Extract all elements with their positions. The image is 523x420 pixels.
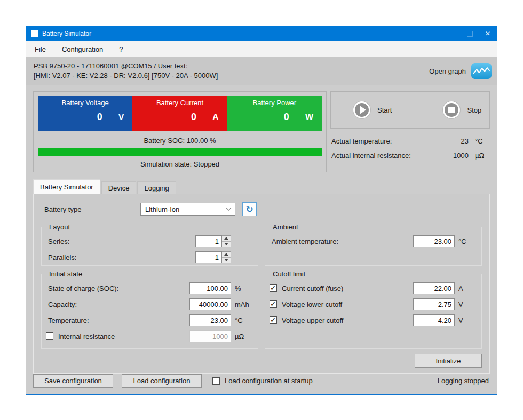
- internal-resistance-unit: µΩ: [231, 332, 250, 340]
- app-icon: [31, 30, 38, 37]
- minimize-icon[interactable]: [442, 26, 461, 41]
- actual-resistance-label: Actual internal resistance:: [331, 152, 437, 160]
- meter-voltage: Battery Voltage 0 V: [38, 96, 132, 131]
- close-icon[interactable]: [479, 26, 497, 41]
- tab-device-label: Device: [108, 184, 130, 192]
- startup-checkbox-row: Load configuration at startup: [212, 377, 313, 385]
- soc-input[interactable]: [189, 282, 231, 294]
- series-spin-down[interactable]: [222, 241, 231, 247]
- capacity-label: Capacity:: [46, 300, 189, 308]
- series-spin-up[interactable]: [222, 236, 231, 241]
- battery-type-select[interactable]: Lithium-Ion: [140, 203, 235, 216]
- device-info: PSB 9750-20 - 1711060001 @COM15 / User t…: [34, 61, 218, 81]
- actual-temperature-label: Actual temperature:: [331, 137, 437, 145]
- capacity-unit: mAh: [231, 300, 250, 308]
- current-cutoff-input[interactable]: [413, 282, 455, 294]
- parallels-spinner: [222, 251, 231, 263]
- tab-logging[interactable]: Logging: [137, 181, 176, 194]
- load-configuration-button[interactable]: Load configuration: [122, 374, 202, 388]
- voltage-lower-cutoff-checkbox[interactable]: [270, 300, 277, 308]
- initialize-button[interactable]: Initialize: [415, 354, 482, 368]
- graph-icon[interactable]: [471, 63, 492, 79]
- cutoff-limit-group: Cutoff limit Current cutoff (fuse) A Vol…: [265, 270, 482, 349]
- parallels-input[interactable]: [195, 251, 222, 263]
- device-info-bar: PSB 9750-20 - 1711060001 @COM15 / User t…: [26, 57, 497, 85]
- voltage-upper-cutoff-input[interactable]: [413, 314, 455, 326]
- ambient-temperature-row: Ambient temperature: °C: [270, 233, 474, 249]
- current-cutoff-label: Current cutoff (fuse): [282, 284, 343, 292]
- actual-resistance-row: Actual internal resistance: 1000 µΩ: [331, 152, 489, 160]
- battery-simulator-pane: Battery type Lithium-Ion ↻ Layout Series…: [33, 194, 490, 374]
- battery-type-row: Battery type Lithium-Ion ↻: [44, 201, 480, 218]
- menu-help[interactable]: ?: [119, 45, 123, 53]
- voltage-upper-cutoff-label: Voltage upper cutoff: [282, 316, 343, 324]
- ambient-group-title: Ambient: [271, 223, 300, 231]
- meter-panel: Battery Voltage 0 V Battery Current 0 A: [33, 91, 327, 172]
- battery-type-label: Battery type: [44, 205, 140, 213]
- capacity-input[interactable]: [189, 298, 231, 310]
- load-at-startup-label: Load configuration at startup: [225, 377, 313, 385]
- ambient-temperature-unit: °C: [455, 237, 474, 245]
- start-button[interactable]: Start: [353, 101, 392, 118]
- maximize-icon: [461, 26, 479, 41]
- parallels-spin-up[interactable]: [222, 252, 231, 257]
- actual-values: Actual temperature: 23 °C Actual interna…: [330, 137, 490, 160]
- series-input[interactable]: [195, 235, 222, 247]
- parallels-spin-down[interactable]: [222, 257, 231, 263]
- current-cutoff-checkbox[interactable]: [270, 284, 277, 292]
- temperature-input[interactable]: [189, 314, 231, 326]
- actual-resistance-value: 1000: [437, 152, 469, 160]
- start-label: Start: [377, 106, 392, 114]
- menu-configuration[interactable]: Configuration: [62, 45, 103, 53]
- stop-button[interactable]: Stop: [443, 101, 481, 118]
- tab-battery-simulator[interactable]: Battery Simulator: [33, 179, 100, 194]
- internal-resistance-checkbox[interactable]: [46, 332, 53, 340]
- parallels-label: Parallels:: [46, 253, 195, 261]
- voltage-lower-cutoff-input[interactable]: [413, 298, 455, 310]
- refresh-button[interactable]: ↻: [242, 202, 257, 216]
- soc-row: State of charge (SOC): %: [46, 280, 250, 296]
- soc-input-label: State of charge (SOC):: [46, 284, 189, 292]
- save-configuration-button[interactable]: Save configuration: [33, 374, 113, 388]
- parallels-row: Parallels:: [46, 249, 250, 265]
- actual-resistance-unit: µΩ: [475, 152, 489, 160]
- meters: Battery Voltage 0 V Battery Current 0 A: [38, 96, 322, 131]
- initialize-row: Initialize: [41, 354, 482, 368]
- meter-voltage-value: 0: [97, 112, 102, 123]
- voltage-upper-cutoff-unit: V: [455, 316, 474, 324]
- menu-file[interactable]: File: [35, 45, 46, 53]
- temperature-unit: °C: [231, 316, 250, 324]
- titlebar: Battery Simulator: [26, 26, 497, 41]
- meter-power-value: 0: [284, 112, 289, 123]
- open-graph[interactable]: Open graph: [429, 63, 492, 79]
- window-title: Battery Simulator: [42, 30, 91, 37]
- open-graph-label: Open graph: [429, 67, 466, 75]
- menu-bar: File Configuration ?: [26, 41, 497, 57]
- voltage-lower-cutoff-row: Voltage lower cutoff V: [270, 296, 474, 312]
- ambient-group: Ambient Ambient temperature: °C: [265, 223, 482, 266]
- app-window: Battery Simulator File Configuration ? P…: [26, 26, 497, 395]
- group-row-2: Initial state State of charge (SOC): % C…: [41, 270, 482, 349]
- voltage-lower-cutoff-label: Voltage lower cutoff: [282, 300, 342, 308]
- current-cutoff-unit: A: [455, 284, 474, 292]
- group-row-1: Layout Series: Parallels:: [41, 223, 482, 266]
- control-column: Start Stop Actual temperature: 23 °C Act…: [330, 91, 490, 172]
- load-at-startup-checkbox[interactable]: [212, 377, 220, 385]
- voltage-upper-cutoff-checkbox[interactable]: [270, 316, 277, 324]
- meter-voltage-unit: V: [118, 113, 124, 122]
- meter-current-label: Battery Current: [132, 99, 227, 107]
- device-info-line2: [HMI: V2.07 - KE: V2.28 - DR: V2.0.6] [7…: [34, 71, 218, 81]
- meter-power: Battery Power 0 W: [227, 96, 322, 131]
- main-area: Battery Voltage 0 V Battery Current 0 A: [26, 85, 497, 395]
- ambient-temperature-input[interactable]: [413, 235, 455, 247]
- status-row: Battery Voltage 0 V Battery Current 0 A: [33, 91, 490, 172]
- layout-group: Layout Series: Parallels:: [41, 223, 258, 266]
- play-icon: [353, 101, 370, 118]
- refresh-icon: ↻: [245, 205, 253, 214]
- logging-status: Logging stopped: [438, 377, 490, 385]
- stop-label: Stop: [467, 106, 481, 114]
- tab-device[interactable]: Device: [101, 181, 137, 194]
- tab-logging-label: Logging: [144, 184, 169, 192]
- meter-current-value: 0: [191, 112, 196, 123]
- meter-current: Battery Current 0 A: [132, 96, 227, 131]
